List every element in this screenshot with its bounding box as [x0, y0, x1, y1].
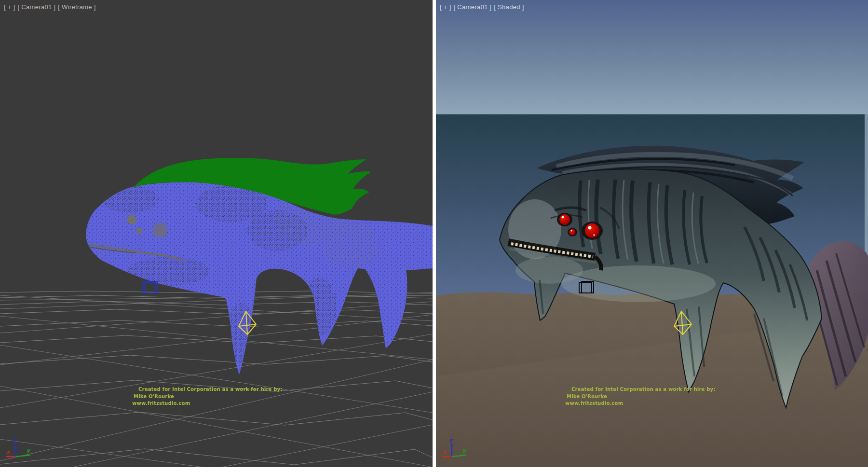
axis-z-label: z	[13, 437, 17, 444]
axis-y-label: y	[27, 447, 31, 454]
wireframe-stipple	[82, 179, 433, 381]
world-axis-gizmo: x z y	[6, 437, 31, 457]
viewport-label-left: [ + ] [ Camera01 ] [ Wireframe ]	[4, 3, 96, 11]
fish-eye-spot-large	[153, 223, 167, 237]
ground-grid	[0, 291, 433, 467]
fish-eye-spot-small	[136, 228, 143, 234]
viewport-wireframe[interactable]: [ + ] [ Camera01 ] [ Wireframe ]	[0, 0, 433, 467]
sky-background	[436, 0, 868, 114]
viewport-menu-camera[interactable]: [ Camera01 ]	[18, 3, 56, 11]
svg-text:Created for Intel Corporation: Created for Intel Corporation as a work …	[138, 387, 283, 392]
svg-text:Created for Intel Corporation: Created for Intel Corporation as a work …	[571, 387, 716, 392]
viewport-menu-general[interactable]: [ + ]	[440, 3, 451, 11]
viewport-label-right: [ + ] [ Camera01 ] [ Shaded ]	[440, 3, 524, 11]
fish-eye-spot	[127, 215, 136, 224]
viewport-menu-camera[interactable]: [ Camera01 ]	[454, 3, 492, 11]
fish-model-wireframe[interactable]	[82, 158, 433, 381]
svg-text:Mike O'Rourke: Mike O'Rourke	[567, 394, 607, 399]
svg-text:Mike O'Rourke: Mike O'Rourke	[134, 394, 174, 399]
scene-attribution-text: Created for Intel Corporation as a work …	[132, 387, 283, 406]
shaded-scene-canvas[interactable]: Created for Intel Corporation as a work …	[436, 0, 868, 467]
viewport-menu-shading[interactable]: [ Shaded ]	[494, 3, 524, 11]
box-helper[interactable]	[143, 281, 157, 293]
viewport-menu-shading[interactable]: [ Wireframe ]	[58, 3, 95, 11]
viewport-shaded[interactable]: [ + ] [ Camera01 ] [ Shaded ]	[436, 0, 868, 467]
viewport-menu-general[interactable]: [ + ]	[4, 3, 15, 11]
wireframe-scene-canvas[interactable]: Created for Intel Corporation as a work …	[0, 0, 433, 467]
svg-text:www.fritzstudio.com: www.fritzstudio.com	[565, 401, 623, 406]
svg-text:www.fritzstudio.com: www.fritzstudio.com	[132, 401, 190, 406]
axis-x-label: x	[6, 449, 11, 455]
